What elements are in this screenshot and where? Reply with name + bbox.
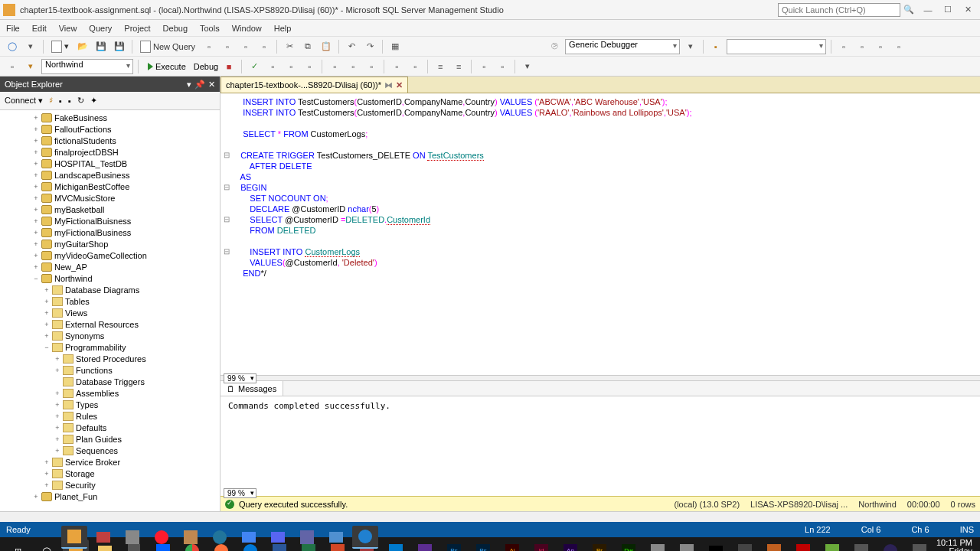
messages-zoom-combo[interactable]: 99 % bbox=[224, 488, 256, 498]
menu-tools[interactable]: Tools bbox=[200, 24, 220, 33]
taskbar-app-discord[interactable] bbox=[265, 526, 291, 549]
taskbar-app-ssms2[interactable] bbox=[61, 526, 87, 549]
taskbar-app-generic4[interactable] bbox=[761, 540, 787, 551]
tb2-icon-5[interactable]: ▫ bbox=[302, 59, 317, 74]
tree-node[interactable]: +myFictionalBusiness bbox=[0, 227, 220, 238]
parse-icon[interactable]: ✓ bbox=[247, 59, 262, 74]
tree-node[interactable]: +Service Broker bbox=[0, 456, 220, 468]
tb2-icon-9[interactable]: ▫ bbox=[389, 59, 404, 74]
taskbar-app-r2-5[interactable] bbox=[352, 526, 378, 549]
tb-icon-6[interactable]: ▾ bbox=[683, 39, 698, 54]
tb2-icon-1[interactable]: ▫ bbox=[5, 59, 20, 74]
taskbar-app-r2-4[interactable] bbox=[323, 526, 349, 549]
back-icon[interactable]: ◯ bbox=[5, 39, 20, 54]
oe-tb-icon-1[interactable]: ▪ bbox=[59, 96, 62, 106]
tb-icon-3[interactable]: ▫ bbox=[238, 39, 253, 54]
taskbar-app-generic5[interactable] bbox=[819, 540, 845, 551]
tb2-icon-8[interactable]: ▫ bbox=[364, 59, 379, 74]
menu-file[interactable]: File bbox=[6, 24, 20, 33]
taskbar-app-filezilla[interactable] bbox=[790, 540, 816, 551]
tab-pin-icon[interactable]: ⧓ bbox=[384, 80, 393, 90]
tree-node[interactable]: +MVCMusicStore bbox=[0, 192, 220, 204]
taskbar-app-generic6[interactable] bbox=[848, 540, 874, 551]
tree-node[interactable]: +Synonyms bbox=[0, 330, 220, 341]
tree-node[interactable]: +Rules bbox=[0, 410, 220, 422]
editor-splitter[interactable]: 99 % bbox=[220, 375, 980, 381]
object-explorer-tree[interactable]: +FakeBusiness+FalloutFactions+fictionalS… bbox=[0, 110, 220, 511]
taskbar-app-r2-3[interactable] bbox=[178, 526, 204, 549]
taskbar-app-eclipse[interactable] bbox=[877, 540, 903, 551]
tree-node[interactable]: −Programmability bbox=[0, 341, 220, 353]
code-editor[interactable]: INSERT INTO TestCustomers(CustomerID,Com… bbox=[220, 93, 980, 375]
taskbar-app-an[interactable]: An bbox=[557, 540, 583, 551]
tb-icon-5[interactable]: ▦ bbox=[387, 39, 403, 54]
open-icon[interactable]: 📂 bbox=[75, 39, 90, 54]
menu-project[interactable]: Project bbox=[124, 24, 150, 33]
empty-combo[interactable] bbox=[727, 39, 826, 54]
tree-node[interactable]: +Storage bbox=[0, 468, 220, 479]
taskbar-app-vs[interactable] bbox=[412, 540, 438, 551]
messages-tab[interactable]: 🗒 Messages bbox=[220, 381, 283, 396]
tb2-icon-12[interactable]: ▫ bbox=[495, 59, 510, 74]
menu-view[interactable]: View bbox=[59, 24, 77, 33]
tree-node[interactable]: −Northwind bbox=[0, 272, 220, 284]
minimize-button[interactable]: — bbox=[919, 2, 937, 18]
taskbar-app-br[interactable]: Br bbox=[586, 540, 612, 551]
tree-node[interactable]: +Functions bbox=[0, 364, 220, 376]
cut-icon[interactable]: ✂ bbox=[282, 39, 297, 54]
undo-icon[interactable]: ↶ bbox=[344, 39, 359, 54]
new-query-button[interactable]: New Query bbox=[137, 39, 198, 54]
taskbar-app-id[interactable]: Id bbox=[528, 540, 554, 551]
menu-edit[interactable]: Edit bbox=[32, 24, 47, 33]
tree-node[interactable]: +MyFictionalBuisness bbox=[0, 215, 220, 227]
tab-close-icon[interactable]: ✕ bbox=[396, 80, 403, 90]
close-button[interactable]: ✕ bbox=[959, 2, 977, 18]
tree-node[interactable]: Database Triggers bbox=[0, 376, 220, 387]
oe-tb-icon-3[interactable]: ✦ bbox=[90, 96, 97, 106]
tree-node[interactable]: +Assemblies bbox=[0, 387, 220, 399]
editor-tab[interactable]: chapter15-textbook-...S8920-D\lisaj (60)… bbox=[220, 77, 408, 93]
tree-node[interactable]: +MichiganBestCoffee bbox=[0, 181, 220, 192]
tb2-icon-11[interactable]: ▫ bbox=[476, 59, 492, 74]
taskbar-app-generic3[interactable] bbox=[732, 540, 758, 551]
taskbar-app-r2-2[interactable] bbox=[119, 526, 145, 549]
oe-dropdown-icon[interactable]: ▾ bbox=[187, 80, 191, 90]
menu-debug[interactable]: Debug bbox=[163, 24, 188, 33]
tree-node[interactable]: +New_AP bbox=[0, 261, 220, 272]
new-project-button[interactable]: ▾ bbox=[48, 39, 72, 54]
tb-icon-4[interactable]: ▫ bbox=[256, 39, 272, 54]
tb-icon-11[interactable]: ▫ bbox=[891, 39, 906, 54]
search-icon[interactable]: 🔍 bbox=[903, 5, 914, 15]
tree-node[interactable]: +FakeBusiness bbox=[0, 112, 220, 123]
tree-node[interactable]: +finalprojectDBSH bbox=[0, 146, 220, 158]
tree-node[interactable]: +Types bbox=[0, 399, 220, 410]
tree-node[interactable]: +myGuitarShop bbox=[0, 238, 220, 249]
oe-close-icon[interactable]: ✕ bbox=[208, 80, 215, 90]
execute-button[interactable]: Execute bbox=[143, 59, 191, 74]
messages-body[interactable]: Commands completed successfully. bbox=[220, 396, 980, 490]
menu-window[interactable]: Window bbox=[232, 24, 262, 33]
maximize-button[interactable]: ☐ bbox=[939, 2, 957, 18]
tree-node[interactable]: +Security bbox=[0, 479, 220, 491]
tb2-icon-7[interactable]: ▫ bbox=[345, 59, 361, 74]
tree-node[interactable]: +FalloutFactions bbox=[0, 123, 220, 135]
tree-node[interactable]: +Views bbox=[0, 307, 220, 318]
tree-node[interactable]: +Defaults bbox=[0, 422, 220, 433]
taskbar-app-generic7[interactable] bbox=[906, 540, 933, 551]
horizontal-scrollbar[interactable] bbox=[0, 511, 980, 522]
tree-node[interactable]: +Plan Guides bbox=[0, 433, 220, 445]
menu-query[interactable]: Query bbox=[89, 24, 112, 33]
oe-pin-icon[interactable]: 📌 bbox=[194, 80, 205, 90]
oe-refresh-icon[interactable]: ↻ bbox=[77, 96, 84, 106]
taskbar-app-wordpress[interactable] bbox=[207, 526, 233, 549]
start-button[interactable]: ⊞ bbox=[5, 540, 31, 551]
taskbar-app-opera[interactable] bbox=[149, 526, 175, 549]
taskbar-app-ps2[interactable]: Ps bbox=[470, 540, 496, 551]
quick-launch-input[interactable] bbox=[778, 3, 900, 17]
fwd-icon[interactable]: ▾ bbox=[23, 39, 38, 54]
database-combo[interactable]: Northwind bbox=[41, 59, 133, 74]
save-all-icon[interactable]: 💾 bbox=[112, 39, 127, 54]
tb-icon-7[interactable]: ▪ bbox=[708, 39, 724, 54]
tb-icon-9[interactable]: ▫ bbox=[854, 39, 870, 54]
tree-node[interactable]: +myVideoGameCollection bbox=[0, 249, 220, 261]
